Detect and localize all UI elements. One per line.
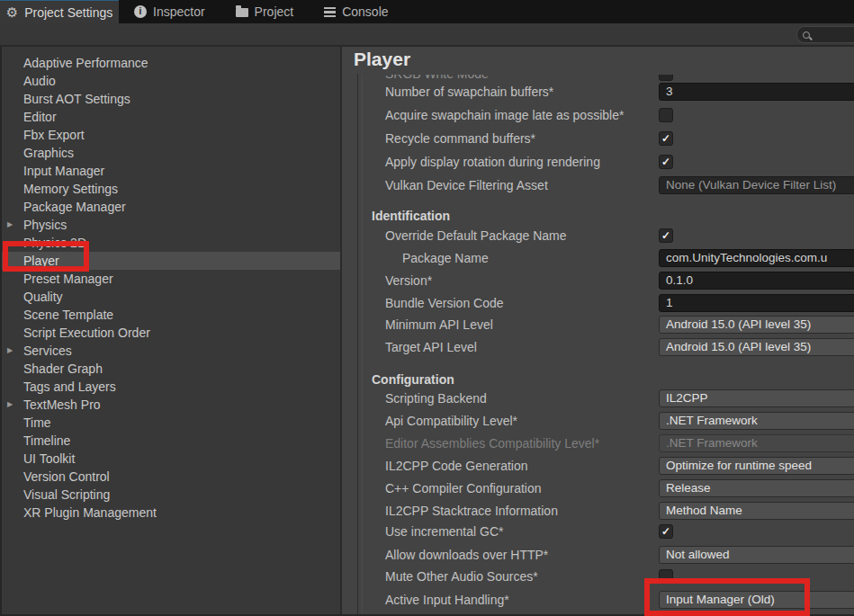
settings-row: Number of swapchain buffers* 3 <box>342 83 854 101</box>
console-icon <box>324 7 336 17</box>
tab-label: Project <box>255 4 294 19</box>
cpp-compiler-configuration-dropdown[interactable]: Release <box>659 479 854 497</box>
setting-label: Target API Level <box>385 338 477 356</box>
settings-row: IL2CPP Stacktrace Information Method Nam… <box>342 502 854 520</box>
setting-label: Api Compatibility Level* <box>385 412 517 430</box>
sidebar-item-burst-aot-settings[interactable]: Burst AOT Settings <box>2 90 340 108</box>
sidebar-item-graphics[interactable]: Graphics <box>2 144 340 162</box>
settings-category-list: Adaptive Performance Audio Burst AOT Set… <box>0 47 340 616</box>
setting-label: SRGB Write Mode* <box>385 75 493 83</box>
sidebar-item-physics[interactable]: ▶Physics <box>2 216 340 234</box>
setting-label: Version* <box>385 272 432 290</box>
sidebar-item-xr-plugin-management[interactable]: XR Plugin Management <box>2 504 340 522</box>
search-input[interactable] <box>814 28 853 42</box>
settings-row: Apply display rotation during rendering … <box>342 153 854 171</box>
settings-row: Version* 0.1.0 <box>342 272 854 290</box>
setting-label: IL2CPP Stacktrace Information <box>385 502 558 520</box>
setting-label: Number of swapchain buffers* <box>385 83 553 101</box>
settings-row: Scripting Backend IL2CPP <box>342 389 854 407</box>
sidebar-item-memory-settings[interactable]: Memory Settings <box>2 180 340 198</box>
settings-row: Override Default Package Name ✓ <box>342 227 854 245</box>
sidebar-item-editor[interactable]: Editor <box>2 108 340 126</box>
sidebar-item-quality[interactable]: Quality <box>2 288 340 306</box>
sidebar-item-time[interactable]: Time <box>2 414 340 432</box>
checkmark-icon: ✓ <box>660 525 672 538</box>
acquire-swapchain-late-checkbox[interactable] <box>659 108 673 122</box>
settings-row: Bundle Version Code 1 <box>342 294 854 312</box>
setting-label: Allow downloads over HTTP* <box>385 546 548 564</box>
settings-row: Api Compatibility Level* .NET Framework <box>342 412 854 430</box>
page-title: Player <box>354 49 410 70</box>
tab-console[interactable]: Console <box>309 0 403 23</box>
sidebar-item-ui-toolkit[interactable]: UI Toolkit <box>2 450 340 468</box>
gear-icon: ⚙ <box>6 5 18 19</box>
il2cpp-code-generation-dropdown[interactable]: Optimize for runtime speed <box>659 457 854 475</box>
recycle-command-buffers-checkbox[interactable]: ✓ <box>659 131 673 146</box>
editor-assemblies-compatibility-dropdown: .NET Framework <box>659 434 854 452</box>
settings-row: Recycle command buffers* ✓ <box>342 129 854 147</box>
section-header: Configuration <box>372 370 454 388</box>
sidebar-item-textmesh-pro[interactable]: ▶TextMesh Pro <box>2 396 340 414</box>
mute-other-audio-sources-checkbox[interactable] <box>659 569 673 584</box>
api-compatibility-level-dropdown[interactable]: .NET Framework <box>659 412 854 430</box>
settings-row-clipped: SRGB Write Mode* <box>342 75 854 83</box>
setting-label: Override Default Package Name <box>385 227 567 245</box>
tab-bar: ⚙ Project Settings i Inspector Project C… <box>0 0 854 23</box>
settings-row: Package Name com.UnityTechnologies.com.u <box>342 249 854 267</box>
sidebar-item-script-execution-order[interactable]: Script Execution Order <box>2 324 340 342</box>
sidebar-item-input-manager[interactable]: Input Manager <box>2 162 340 180</box>
checkmark-icon: ✓ <box>660 132 672 145</box>
foldout-arrow-icon[interactable]: ▶ <box>7 342 13 360</box>
sidebar-item-version-control[interactable]: Version Control <box>2 468 340 486</box>
sidebar-item-scene-template[interactable]: Scene Template <box>2 306 340 324</box>
tab-project[interactable]: Project <box>220 0 310 23</box>
tab-label: Console <box>342 4 388 19</box>
scripting-backend-dropdown[interactable]: IL2CPP <box>659 389 854 407</box>
foldout-arrow-icon[interactable]: ▶ <box>7 216 13 234</box>
sidebar-item-tags-and-layers[interactable]: Tags and Layers <box>2 378 340 396</box>
settings-row: Editor Assemblies Compatibility Level* .… <box>342 434 854 452</box>
active-input-handling-dropdown[interactable]: Input Manager (Old) <box>659 591 854 609</box>
vulkan-device-filtering-object-field[interactable]: None (Vulkan Device Filter List) <box>659 176 854 194</box>
srgb-write-mode-control[interactable] <box>659 75 673 81</box>
il2cpp-stacktrace-information-dropdown[interactable]: Method Name <box>659 502 854 520</box>
sidebar-item-visual-scripting[interactable]: Visual Scripting <box>2 486 340 504</box>
foldout-arrow-icon[interactable]: ▶ <box>7 396 13 414</box>
info-icon: i <box>134 5 147 18</box>
target-api-level-dropdown[interactable]: Android 15.0 (API level 35) <box>659 338 854 356</box>
use-incremental-gc-checkbox[interactable]: ✓ <box>659 524 673 539</box>
sidebar-item-physics-2d[interactable]: Physics 2D <box>2 234 340 252</box>
sidebar-item-package-manager[interactable]: Package Manager <box>2 198 340 216</box>
swapchain-buffers-field[interactable]: 3 <box>659 83 854 101</box>
sidebar-item-audio[interactable]: Audio <box>2 72 340 90</box>
setting-label: Scripting Backend <box>385 389 487 407</box>
sidebar-item-services[interactable]: ▶Services <box>2 342 340 360</box>
bundle-version-code-field[interactable]: 1 <box>659 294 854 312</box>
sidebar-item-player[interactable]: Player <box>2 252 340 270</box>
setting-label: Active Input Handling* <box>385 591 509 609</box>
tab-project-settings[interactable]: ⚙ Project Settings <box>0 0 119 23</box>
apply-display-rotation-checkbox[interactable]: ✓ <box>659 155 673 169</box>
settings-row: Use incremental GC* ✓ <box>342 522 854 540</box>
checkmark-icon: ✓ <box>660 229 672 242</box>
settings-row: Minimum API Level Android 15.0 (API leve… <box>342 316 854 334</box>
allow-downloads-over-http-dropdown[interactable]: Not allowed <box>659 546 854 564</box>
search-field[interactable] <box>796 26 854 43</box>
sidebar-item-adaptive-performance[interactable]: Adaptive Performance <box>2 54 340 72</box>
tab-inspector[interactable]: i Inspector <box>119 0 220 23</box>
setting-label: Use incremental GC* <box>385 522 504 540</box>
section-header: Identification <box>372 207 450 225</box>
version-field[interactable]: 0.1.0 <box>659 272 854 290</box>
sidebar-item-shader-graph[interactable]: Shader Graph <box>2 360 340 378</box>
sidebar-item-fbx-export[interactable]: Fbx Export <box>2 126 340 144</box>
minimum-api-level-dropdown[interactable]: Android 15.0 (API level 35) <box>659 316 854 334</box>
package-name-field[interactable]: com.UnityTechnologies.com.u <box>659 249 854 267</box>
player-settings-panel: Player SRGB Write Mode* Number of swapch… <box>342 47 854 616</box>
setting-label: C++ Compiler Configuration <box>385 479 542 497</box>
override-default-package-name-checkbox[interactable]: ✓ <box>659 228 673 243</box>
sidebar-item-preset-manager[interactable]: Preset Manager <box>2 270 340 288</box>
sidebar-item-timeline[interactable]: Timeline <box>2 432 340 450</box>
settings-row: Target API Level Android 15.0 (API level… <box>342 338 854 356</box>
section-header-row: Configuration <box>342 370 854 388</box>
setting-label: Package Name <box>402 249 489 267</box>
